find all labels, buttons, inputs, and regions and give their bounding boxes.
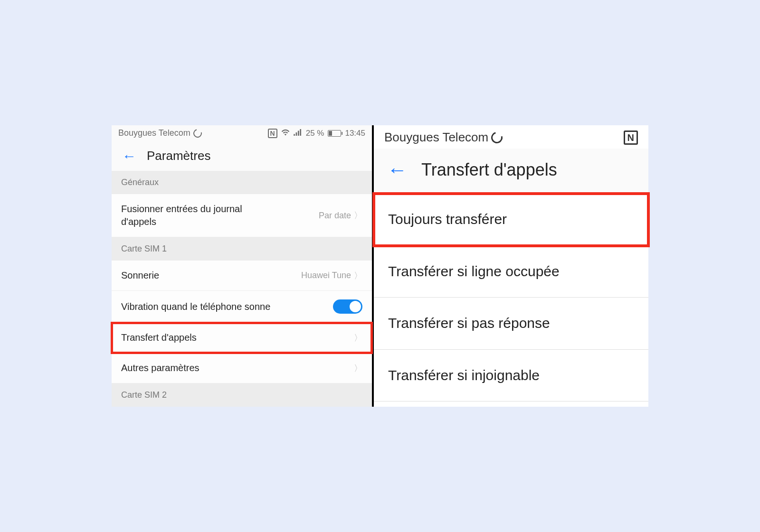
row-call-forwarding[interactable]: Transfert d'appels 〉 — [112, 323, 372, 353]
row-value: 〉 — [354, 332, 362, 344]
carrier-label: Bouygues Telecom — [384, 130, 488, 145]
header-left: ← Paramètres — [112, 140, 372, 171]
battery-icon — [328, 130, 341, 137]
section-general: Généraux — [112, 171, 372, 194]
row-vibrate[interactable]: Vibration quand le téléphone sonne — [112, 291, 372, 323]
statusbar-right: Bouygues Telecom N — [374, 125, 648, 149]
row-other-settings[interactable]: Autres paramètres 〉 — [112, 353, 372, 383]
statusbar-left: Bouygues Telecom N 25 % 13:45 — [112, 125, 372, 140]
chevron-right-icon: 〉 — [354, 363, 362, 374]
sync-icon — [489, 130, 505, 145]
row-forward-unreachable[interactable]: Transférer si injoignable — [374, 350, 648, 402]
nfc-icon: N — [624, 131, 638, 145]
chevron-right-icon: 〉 — [354, 210, 362, 221]
row-label: Transférer si pas réponse — [388, 314, 550, 333]
svg-rect-2 — [298, 131, 299, 136]
back-arrow-icon[interactable]: ← — [387, 160, 407, 180]
row-label: Sonnerie — [121, 269, 159, 282]
row-forward-busy[interactable]: Transférer si ligne occupée — [374, 246, 648, 298]
row-merge-call-log[interactable]: Fusionner entrées du journal d'appels Pa… — [112, 194, 372, 237]
row-label: Toujours transférer — [388, 210, 507, 229]
svg-rect-0 — [294, 134, 295, 136]
chevron-right-icon: 〉 — [354, 332, 362, 344]
back-arrow-icon[interactable]: ← — [122, 149, 136, 163]
signal-icon — [294, 129, 302, 138]
row-value: Par date 〉 — [319, 210, 362, 221]
sync-icon — [191, 127, 203, 139]
row-value: Huawei Tune 〉 — [301, 270, 362, 281]
forwarding-options-list: Toujours transférer Transférer si ligne … — [374, 194, 648, 401]
row-label: Transférer si injoignable — [388, 366, 540, 385]
carrier-label: Bouygues Telecom — [118, 128, 190, 138]
row-label: Vibration quand le téléphone sonne — [121, 300, 270, 313]
section-sim2: Carte SIM 2 — [112, 383, 372, 407]
row-label: Autres paramètres — [121, 362, 200, 374]
page-title: Transfert d'appels — [421, 160, 557, 180]
vibrate-toggle[interactable] — [333, 299, 362, 314]
row-label: Transférer si ligne occupée — [388, 262, 560, 281]
section-sim1: Carte SIM 1 — [112, 237, 372, 261]
svg-rect-1 — [295, 132, 297, 136]
row-label: Fusionner entrées du journal d'appels — [121, 203, 273, 228]
chevron-right-icon: 〉 — [354, 270, 362, 281]
svg-rect-3 — [300, 129, 301, 136]
call-forwarding-screen: Bouygues Telecom N ← Transfert d'appels … — [374, 125, 648, 407]
battery-pct: 25 % — [306, 129, 324, 138]
row-label: Transfert d'appels — [121, 331, 197, 344]
row-forward-no-answer[interactable]: Transférer si pas réponse — [374, 298, 648, 350]
settings-screen: Bouygues Telecom N 25 % 13:45 ← Paramètr… — [112, 125, 372, 407]
nfc-icon: N — [268, 129, 277, 138]
row-value: 〉 — [354, 363, 362, 374]
row-always-forward[interactable]: Toujours transférer — [374, 194, 648, 246]
page-title: Paramètres — [147, 149, 210, 163]
clock: 13:45 — [345, 129, 365, 138]
wifi-icon — [281, 129, 290, 138]
row-ringtone[interactable]: Sonnerie Huawei Tune 〉 — [112, 261, 372, 291]
header-right: ← Transfert d'appels — [374, 149, 648, 194]
